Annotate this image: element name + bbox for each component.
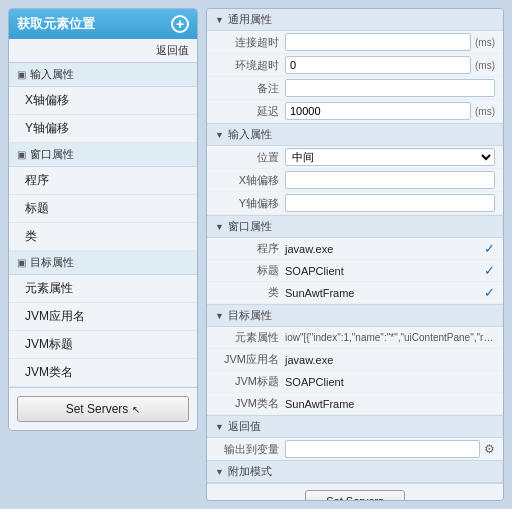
value-element-attrs: iow"[{"index":1,"name":"*","uiContentPan… [285,332,495,343]
arrow-icon-general: ▼ [215,15,224,25]
row-connect-timeout: 连接超时 (ms) [207,31,503,54]
label-jvm-class-right: JVM类名 [215,396,285,411]
menu-item-jvm-class[interactable]: JVM类名 [9,359,197,387]
section-title-return: 返回值 [228,419,261,434]
row-output-var: 输出到变量 ⚙ [207,438,503,460]
input-remark[interactable] [285,79,495,97]
menu-item-jvm-title[interactable]: JVM标题 [9,331,197,359]
value-jvm-title-right: SOAPClient [285,376,495,388]
left-footer: Set Servers ↖ [9,387,197,430]
section-header-target-right[interactable]: ▼ 目标属性 [207,305,503,327]
section-header-extra-mode[interactable]: ▼ 附加模式 [207,461,503,483]
section-input-right: ▼ 输入属性 位置 中间 X轴偏移 Y轴偏移 [207,124,503,216]
section-header-general[interactable]: ▼ 通用属性 [207,9,503,31]
label-title-right: 标题 [215,263,285,278]
row-jvm-class-right: JVM类名 SunAwtFrame [207,393,503,415]
row-y-offset-right: Y轴偏移 [207,192,503,215]
check-title: ✓ [484,263,495,278]
label-element-attrs: 元素属性 [215,330,285,345]
unit-delay: (ms) [475,106,495,117]
menu-item-y-offset[interactable]: Y轴偏移 [9,115,197,143]
label-jvm-app-right: JVM应用名 [215,352,285,367]
variable-icon[interactable]: ⚙ [484,442,495,456]
header-title: 获取元素位置 [17,15,95,33]
input-connect-timeout[interactable] [285,33,471,51]
section-header-input-right[interactable]: ▼ 输入属性 [207,124,503,146]
toggle-icon-2: ▣ [17,149,26,160]
menu-item-element-attrs[interactable]: 元素属性 [9,275,197,303]
section-input-attrs[interactable]: ▣ 输入属性 [9,63,197,87]
row-jvm-title-right: JVM标题 SOAPClient [207,371,503,393]
row-x-offset-right: X轴偏移 [207,169,503,192]
input-y-offset-right[interactable] [285,194,495,212]
label-delay: 延迟 [215,104,285,119]
set-servers-button-right[interactable]: Set Servers [305,490,404,501]
label-env-timeout: 环境超时 [215,58,285,73]
row-delay: 延迟 (ms) [207,100,503,123]
set-servers-label-right: Set Servers [326,495,383,501]
left-panel: 获取元素位置 返回值 ▣ 输入属性 X轴偏移 Y轴偏移 ▣ 窗口属性 程序 标题… [8,8,198,431]
section-title-input: 输入属性 [228,127,272,142]
value-program-right: javaw.exe [285,243,484,255]
input-x-offset-right[interactable] [285,171,495,189]
section-header-return-right[interactable]: ▼ 返回值 [207,416,503,438]
right-panel: ▼ 通用属性 连接超时 (ms) 环境超时 (ms) 备注 延迟 (ms) ▼ … [206,8,504,501]
row-jvm-app-right: JVM应用名 javaw.exe [207,349,503,371]
menu-item-title[interactable]: 标题 [9,195,197,223]
right-footer: Set Servers [207,484,503,501]
section-label-target: 目标属性 [30,255,74,270]
menu-item-x-offset[interactable]: X轴偏移 [9,87,197,115]
arrow-icon-extra: ▼ [215,467,224,477]
set-servers-button-left[interactable]: Set Servers ↖ [17,396,189,422]
menu-item-class[interactable]: 类 [9,223,197,251]
unit-env-timeout: (ms) [475,60,495,71]
row-program-right: 程序 javaw.exe ✓ [207,238,503,260]
row-position: 位置 中间 [207,146,503,169]
label-output-var: 输出到变量 [215,442,285,457]
section-extra-mode: ▼ 附加模式 [207,461,503,484]
label-remark: 备注 [215,81,285,96]
section-window-right: ▼ 窗口属性 程序 javaw.exe ✓ 标题 SOAPClient ✓ 类 … [207,216,503,305]
toggle-icon: ▣ [17,69,26,80]
arrow-icon-target: ▼ [215,311,224,321]
section-target-right: ▼ 目标属性 元素属性 iow"[{"index":1,"name":"*","… [207,305,503,416]
section-title-target: 目标属性 [228,308,272,323]
label-program-right: 程序 [215,241,285,256]
section-return-right: ▼ 返回值 输出到变量 ⚙ [207,416,503,461]
input-env-timeout[interactable] [285,56,471,74]
check-program: ✓ [484,241,495,256]
label-x-offset-right: X轴偏移 [215,173,285,188]
value-jvm-app-right: javaw.exe [285,354,495,366]
label-connect-timeout: 连接超时 [215,35,285,50]
input-delay[interactable] [285,102,471,120]
section-title-window: 窗口属性 [228,219,272,234]
section-general: ▼ 通用属性 连接超时 (ms) 环境超时 (ms) 备注 延迟 (ms) [207,9,503,124]
arrow-icon-input: ▼ [215,130,224,140]
input-output-var[interactable] [285,440,480,458]
label-jvm-title-right: JVM标题 [215,374,285,389]
crosshair-icon[interactable] [171,15,189,33]
section-label-window: 窗口属性 [30,147,74,162]
select-position[interactable]: 中间 [285,148,495,166]
left-panel-header: 获取元素位置 [9,9,197,39]
unit-connect-timeout: (ms) [475,37,495,48]
value-class-right: SunAwtFrame [285,287,484,299]
row-class-right: 类 SunAwtFrame ✓ [207,282,503,304]
cursor-icon: ↖ [132,404,140,415]
value-title-right: SOAPClient [285,265,484,277]
section-header-window-right[interactable]: ▼ 窗口属性 [207,216,503,238]
return-value-label: 返回值 [9,39,197,63]
menu-item-jvm-app[interactable]: JVM应用名 [9,303,197,331]
section-target-attrs[interactable]: ▣ 目标属性 [9,251,197,275]
section-title-general: 通用属性 [228,12,272,27]
menu-item-program[interactable]: 程序 [9,167,197,195]
label-class-right: 类 [215,285,285,300]
value-jvm-class-right: SunAwtFrame [285,398,495,410]
row-title-right: 标题 SOAPClient ✓ [207,260,503,282]
check-class: ✓ [484,285,495,300]
section-window-attrs[interactable]: ▣ 窗口属性 [9,143,197,167]
label-position: 位置 [215,150,285,165]
section-title-extra: 附加模式 [228,464,272,479]
set-servers-label-left: Set Servers [66,402,129,416]
row-element-attrs: 元素属性 iow"[{"index":1,"name":"*","uiConte… [207,327,503,349]
